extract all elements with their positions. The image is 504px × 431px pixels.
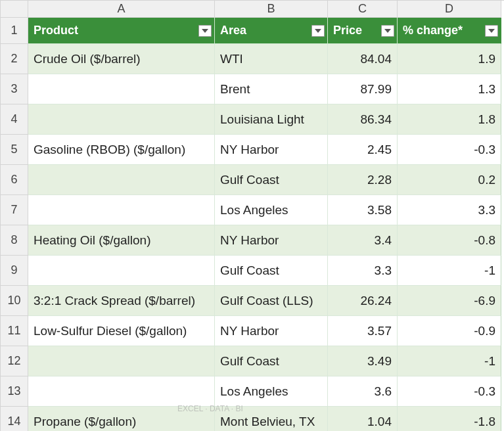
spreadsheet-grid: ABCD1ProductAreaPrice% change*2Crude Oil… [0, 0, 504, 431]
cell-area[interactable]: NY Harbor [215, 225, 328, 256]
filter-dropdown-button[interactable] [311, 25, 325, 37]
column-header-B[interactable]: B [215, 1, 328, 18]
cell-price[interactable]: 84.04 [328, 44, 398, 74]
filter-dropdown-button[interactable] [485, 25, 498, 37]
table-header-area[interactable]: Area [215, 18, 328, 44]
table-header-change[interactable]: % change* [398, 18, 501, 44]
cell-change[interactable]: -1 [398, 346, 501, 376]
cell-change[interactable]: -6.9 [398, 286, 501, 316]
cell-price[interactable]: 2.45 [328, 135, 398, 165]
cell-change[interactable]: -0.8 [398, 225, 501, 256]
column-header-A[interactable]: A [28, 1, 215, 18]
cell-product[interactable] [28, 256, 215, 286]
cell-price[interactable]: 2.28 [328, 165, 398, 195]
row-header-9[interactable]: 9 [1, 256, 28, 286]
cell-product[interactable] [28, 195, 215, 225]
table-header-product[interactable]: Product [28, 18, 215, 44]
cell-product[interactable] [28, 74, 215, 104]
row-header-3[interactable]: 3 [1, 74, 28, 104]
cell-price[interactable]: 3.6 [328, 376, 398, 407]
table-header-price[interactable]: Price [328, 18, 398, 44]
cell-change[interactable]: 1.3 [398, 74, 501, 104]
row-header-2[interactable]: 2 [1, 44, 28, 74]
cell-price[interactable]: 3.4 [328, 225, 398, 256]
cell-product[interactable]: Propane ($/gallon) [28, 407, 215, 431]
row-header-4[interactable]: 4 [1, 104, 28, 135]
row-header-5[interactable]: 5 [1, 135, 28, 165]
row-header-8[interactable]: 8 [1, 225, 28, 256]
cell-product[interactable]: Crude Oil ($/barrel) [28, 44, 215, 74]
cell-change[interactable]: -0.3 [398, 376, 501, 407]
cell-area[interactable]: Gulf Coast [215, 165, 328, 195]
row-header-7[interactable]: 7 [1, 195, 28, 225]
select-all-corner[interactable] [1, 1, 28, 18]
cell-area[interactable]: Gulf Coast (LLS) [215, 286, 328, 316]
cell-area[interactable]: Los Angeles [215, 376, 328, 407]
column-header-D[interactable]: D [398, 1, 501, 18]
row-header-13[interactable]: 13 [1, 376, 28, 407]
cell-change[interactable]: -1.8 [398, 407, 501, 431]
cell-price[interactable]: 86.34 [328, 104, 398, 135]
cell-area[interactable]: NY Harbor [215, 316, 328, 346]
row-header-10[interactable]: 10 [1, 286, 28, 316]
cell-product[interactable] [28, 346, 215, 376]
cell-area[interactable]: Gulf Coast [215, 346, 328, 376]
cell-product[interactable]: 3:2:1 Crack Spread ($/barrel) [28, 286, 215, 316]
table-header-label: % change* [403, 24, 463, 37]
cell-price[interactable]: 3.57 [328, 316, 398, 346]
cell-change[interactable]: 0.2 [398, 165, 501, 195]
cell-area[interactable]: Los Angeles [215, 195, 328, 225]
cell-product[interactable]: Gasoline (RBOB) ($/gallon) [28, 135, 215, 165]
row-header-12[interactable]: 12 [1, 346, 28, 376]
cell-product[interactable]: Low-Sulfur Diesel ($/gallon) [28, 316, 215, 346]
cell-price[interactable]: 1.04 [328, 407, 398, 431]
row-header-6[interactable]: 6 [1, 165, 28, 195]
cell-product[interactable] [28, 104, 215, 135]
cell-change[interactable]: 1.8 [398, 104, 501, 135]
cell-change[interactable]: 3.3 [398, 195, 501, 225]
filter-dropdown-button[interactable] [198, 25, 212, 37]
cell-price[interactable]: 3.58 [328, 195, 398, 225]
cell-change[interactable]: 1.9 [398, 44, 501, 74]
row-header-14[interactable]: 14 [1, 407, 28, 431]
column-header-C[interactable]: C [328, 1, 398, 18]
cell-product[interactable]: Heating Oil ($/gallon) [28, 225, 215, 256]
row-header-11[interactable]: 11 [1, 316, 28, 346]
cell-price[interactable]: 26.24 [328, 286, 398, 316]
row-header-1[interactable]: 1 [1, 18, 28, 44]
cell-change[interactable]: -1 [398, 256, 501, 286]
cell-change[interactable]: -0.9 [398, 316, 501, 346]
cell-price[interactable]: 87.99 [328, 74, 398, 104]
cell-area[interactable]: Gulf Coast [215, 256, 328, 286]
cell-change[interactable]: -0.3 [398, 135, 501, 165]
cell-area[interactable]: Louisiana Light [215, 104, 328, 135]
table-header-label: Area [220, 24, 246, 37]
table-header-label: Product [34, 24, 78, 37]
cell-product[interactable] [28, 165, 215, 195]
filter-dropdown-button[interactable] [381, 25, 394, 37]
cell-area[interactable]: Mont Belvieu, TX [215, 407, 328, 431]
cell-area[interactable]: Brent [215, 74, 328, 104]
cell-area[interactable]: NY Harbor [215, 135, 328, 165]
cell-price[interactable]: 3.3 [328, 256, 398, 286]
cell-price[interactable]: 3.49 [328, 346, 398, 376]
cell-product[interactable] [28, 376, 215, 407]
cell-area[interactable]: WTI [215, 44, 328, 74]
table-header-label: Price [333, 24, 362, 37]
